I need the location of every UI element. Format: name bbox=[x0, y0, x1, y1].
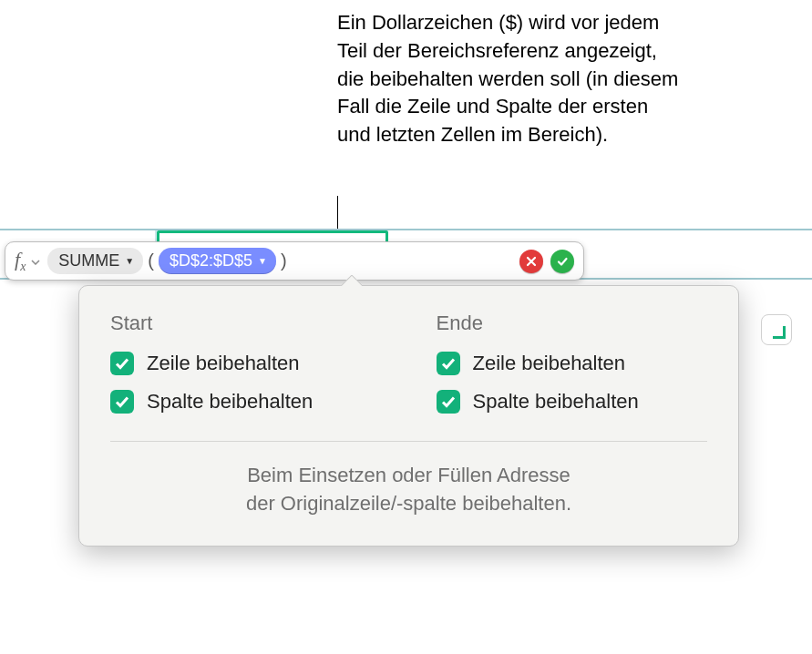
checkbox-checked-icon[interactable] bbox=[110, 352, 134, 375]
chevron-down-icon: ▼ bbox=[258, 256, 267, 266]
end-preserve-row-label: Zeile beibehalten bbox=[473, 352, 626, 375]
formula-bar: fx SUMME ▼ ( $D$2:$D$5 ▼ ) bbox=[5, 241, 584, 281]
popover-columns: Start Zeile beibehalten Spalte beibehalt… bbox=[110, 312, 707, 428]
popover-footer-line1: Beim Einsetzen oder Füllen Adresse bbox=[110, 462, 707, 490]
function-token-label: SUMME bbox=[58, 251, 119, 271]
end-preserve-col-label: Spalte beibehalten bbox=[473, 390, 639, 414]
popover-end-column: Ende Zeile beibehalten Spalte beibehalte… bbox=[437, 312, 708, 428]
open-paren: ( bbox=[147, 250, 155, 271]
start-heading: Start bbox=[110, 312, 382, 335]
preserve-reference-popover: Start Zeile beibehalten Spalte beibehalt… bbox=[78, 285, 739, 547]
range-token-label: $D$2:$D$5 bbox=[170, 251, 252, 271]
checkbox-checked-icon[interactable] bbox=[437, 390, 460, 414]
fx-x: x bbox=[20, 260, 26, 273]
end-heading: Ende bbox=[437, 312, 708, 335]
close-icon bbox=[525, 255, 538, 268]
checkbox-checked-icon[interactable] bbox=[437, 352, 460, 375]
end-preserve-row[interactable]: Zeile beibehalten bbox=[437, 352, 708, 375]
formula-bar-actions bbox=[514, 250, 576, 273]
start-preserve-col[interactable]: Spalte beibehalten bbox=[110, 390, 382, 414]
popover-start-column: Start Zeile beibehalten Spalte beibehalt… bbox=[110, 312, 382, 428]
popover-footer-line2: der Originalzeile/-spalte beibehalten. bbox=[110, 490, 707, 518]
chevron-down-icon: ▼ bbox=[125, 256, 134, 266]
return-corner-button[interactable] bbox=[761, 314, 792, 345]
start-preserve-row[interactable]: Zeile beibehalten bbox=[110, 352, 382, 375]
popover-arrow bbox=[340, 275, 362, 286]
function-token[interactable]: SUMME ▼ bbox=[47, 248, 143, 274]
cancel-button[interactable] bbox=[519, 250, 543, 273]
return-corner-icon bbox=[773, 326, 786, 339]
callout-text: Ein Dollarzeichen ($) wird vor jedem Tei… bbox=[337, 9, 684, 149]
formula-editor[interactable]: SUMME ▼ ( $D$2:$D$5 ▼ ) bbox=[42, 248, 514, 274]
check-icon bbox=[556, 255, 569, 268]
fx-dropdown-icon[interactable] bbox=[29, 256, 42, 267]
end-preserve-col[interactable]: Spalte beibehalten bbox=[437, 390, 708, 414]
close-paren: ) bbox=[280, 250, 288, 271]
popover-divider bbox=[110, 441, 707, 442]
fx-label: fx bbox=[13, 248, 29, 274]
checkbox-checked-icon[interactable] bbox=[110, 390, 134, 414]
start-preserve-col-label: Spalte beibehalten bbox=[147, 390, 313, 414]
accept-button[interactable] bbox=[550, 250, 574, 273]
popover-footer: Beim Einsetzen oder Füllen Adresse der O… bbox=[110, 462, 707, 518]
range-token[interactable]: $D$2:$D$5 ▼ bbox=[159, 248, 276, 274]
start-preserve-row-label: Zeile beibehalten bbox=[147, 352, 300, 375]
